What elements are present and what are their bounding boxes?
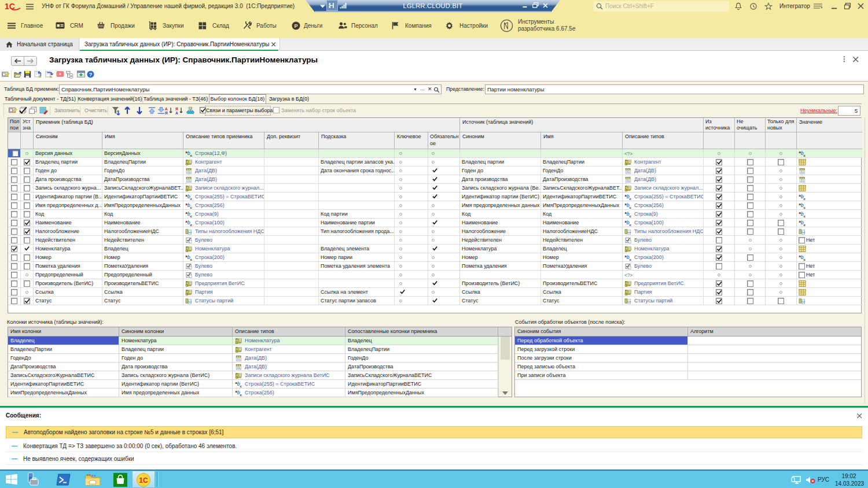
- svg-text:Р: Р: [294, 23, 297, 29]
- svg-text:А: А: [175, 111, 178, 114]
- svg-text:?: ?: [89, 72, 93, 77]
- svg-text:1С: 1С: [139, 476, 148, 485]
- svg-text:Я: Я: [165, 111, 168, 114]
- svg-text:Я: Я: [175, 107, 178, 111]
- svg-text:А: А: [165, 107, 168, 111]
